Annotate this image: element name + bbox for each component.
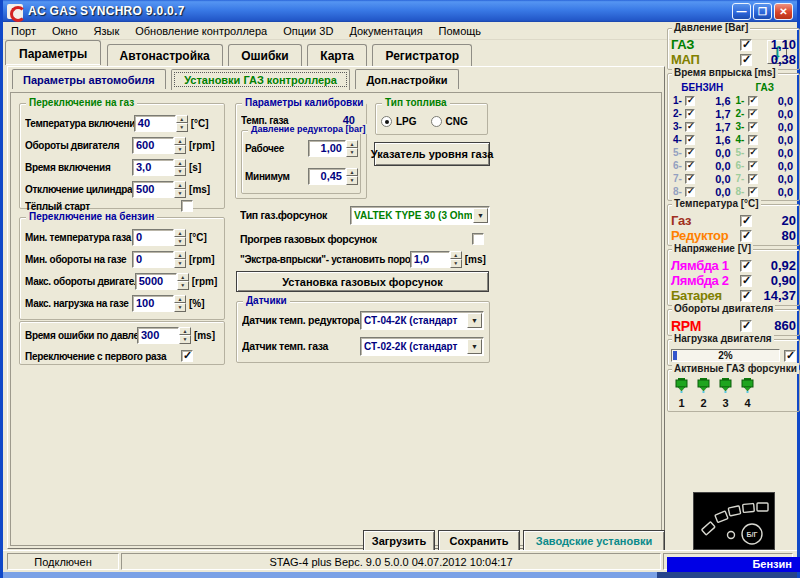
rpm-checkbox[interactable] xyxy=(740,320,752,332)
tab-parameters[interactable]: Параметры xyxy=(5,40,101,65)
reducer-temp-sensor-dropdown[interactable]: СТ-04-2К (стандарт ▼ xyxy=(360,311,484,330)
extra-injections-stepper[interactable]: ▲▼ xyxy=(450,251,462,268)
max-engine-rpm-input[interactable]: 5000 xyxy=(135,273,177,290)
min-rpm-on-gas-input[interactable]: 0 xyxy=(132,251,174,268)
injection-row: 6-0,0 xyxy=(671,159,734,172)
gas-level-indicator-button[interactable]: Указатель уровня газа xyxy=(374,142,490,166)
tab-recorder[interactable]: Регистратор xyxy=(372,44,472,66)
warm-start-checkbox[interactable] xyxy=(181,200,193,212)
factory-settings-button[interactable]: Заводские установки xyxy=(523,530,665,552)
tab-errors[interactable]: Ошибки xyxy=(228,44,302,66)
load-button[interactable]: Загрузить xyxy=(363,530,435,552)
minimum-pressure-input[interactable]: 0,45 xyxy=(308,168,346,185)
inj-checkbox[interactable] xyxy=(748,148,758,158)
engine-rpm-stepper[interactable]: ▲▼ xyxy=(174,137,186,154)
pressure-gas-checkbox[interactable] xyxy=(740,39,752,51)
window-bottom-border xyxy=(3,572,797,578)
injection-row: 4-1,6 xyxy=(671,133,734,146)
injector-warmup-checkbox[interactable] xyxy=(472,233,484,245)
column-header: ГАЗ xyxy=(734,82,797,94)
subtab-gas-controller-settings[interactable]: Установки ГАЗ контроллера xyxy=(171,69,350,90)
working-pressure-input[interactable]: 1,00 xyxy=(308,140,346,157)
max-load-on-gas-input[interactable]: 100 xyxy=(132,295,174,312)
switch-time-input[interactable]: 3,0 xyxy=(132,159,174,176)
row-injector-type: Тип газ.форсунок VALTEK TYPE 30 (3 Ohm) … xyxy=(240,205,490,225)
pressure-error-time-input[interactable]: 300 xyxy=(137,327,179,344)
menu-window[interactable]: Окно xyxy=(44,24,86,38)
cylinder-off-input[interactable]: 500 xyxy=(132,181,174,198)
menu-options-3d[interactable]: Опции 3D xyxy=(275,24,341,38)
min-gas-temp-input[interactable]: 0 xyxy=(132,229,174,246)
cylinder-off-stepper[interactable]: ▲▼ xyxy=(174,181,186,198)
inj-checkbox[interactable] xyxy=(748,161,758,171)
menu-controller-update[interactable]: Обновление контроллера xyxy=(127,24,275,38)
min-rpm-on-gas-stepper[interactable]: ▲▼ xyxy=(174,251,186,268)
inj-checkbox[interactable] xyxy=(748,122,758,132)
max-load-on-gas-stepper[interactable]: ▲▼ xyxy=(174,295,186,312)
pressure-map-checkbox[interactable] xyxy=(740,54,752,66)
inj-checkbox[interactable] xyxy=(748,135,758,145)
radio-cng[interactable]: CNG xyxy=(431,116,468,127)
temp-reducer-row: Редуктор 80 xyxy=(671,228,796,243)
switch-temp-input[interactable]: 40 xyxy=(134,115,176,132)
tab-autotune[interactable]: Автонастройка xyxy=(107,44,223,66)
engine-rpm-input[interactable]: 600 xyxy=(132,137,174,154)
pressure-error-time-stepper[interactable]: ▲▼ xyxy=(179,327,191,344)
subtab-extra-settings[interactable]: Доп.настройки xyxy=(355,69,458,89)
first-time-switch-checkbox[interactable] xyxy=(181,350,193,362)
column-header: БЕНЗИН xyxy=(671,82,734,94)
lambda2-checkbox[interactable] xyxy=(740,275,752,287)
tab-map[interactable]: Карта xyxy=(307,44,367,66)
injector-type-dropdown[interactable]: VALTEK TYPE 30 (3 Ohm) ▼ xyxy=(350,206,490,225)
inj-value: 0,0 xyxy=(778,160,796,172)
inj-checkbox[interactable] xyxy=(685,96,695,106)
menu-language[interactable]: Язык xyxy=(86,24,128,38)
inj-checkbox[interactable] xyxy=(748,187,758,197)
inj-checkbox[interactable] xyxy=(748,174,758,184)
inj-checkbox[interactable] xyxy=(748,96,758,106)
working-pressure-stepper[interactable]: ▲▼ xyxy=(346,140,358,157)
extra-injections-input[interactable]: 1,0 xyxy=(410,251,450,268)
unit-label: [ms] xyxy=(189,184,219,195)
temp-gas-checkbox[interactable] xyxy=(740,215,752,227)
active-injector-3: 3 xyxy=(719,378,732,409)
menu-documentation[interactable]: Документация xyxy=(341,24,430,38)
engine-load-checkbox[interactable] xyxy=(784,350,796,362)
minimum-pressure-stepper[interactable]: ▲▼ xyxy=(346,168,358,185)
inj-checkbox[interactable] xyxy=(748,109,758,119)
radio-lpg[interactable]: LPG xyxy=(381,116,417,127)
field-label: Датчик темп. редуктора xyxy=(242,314,360,326)
unit-label: [rpm] xyxy=(192,276,219,287)
close-icon[interactable]: ✕ xyxy=(774,3,793,20)
min-gas-temp-stepper[interactable]: ▲▼ xyxy=(174,229,186,246)
gas-level-indicator-logo: Б/Г xyxy=(693,492,775,550)
minimize-icon[interactable]: — xyxy=(732,3,751,20)
switch-time-stepper[interactable]: ▲▼ xyxy=(174,159,186,176)
inj-checkbox[interactable] xyxy=(685,148,695,158)
lambda1-checkbox[interactable] xyxy=(740,260,752,272)
max-engine-rpm-stepper[interactable]: ▲▼ xyxy=(177,273,189,290)
inj-checkbox[interactable] xyxy=(685,135,695,145)
switch-temp-stepper[interactable]: ▲▼ xyxy=(176,115,188,132)
chevron-down-icon: ▼ xyxy=(467,339,482,354)
restore-icon[interactable]: ❐ xyxy=(753,3,772,20)
gas-temp-sensor-dropdown[interactable]: СТ-02-2К (стандарт ▼ xyxy=(360,337,484,356)
menu-port[interactable]: Порт xyxy=(3,24,44,38)
inj-checkbox[interactable] xyxy=(685,109,695,119)
pressure-gas-row: ГАЗ 1,10 xyxy=(671,37,796,52)
menu-help[interactable]: Помощь xyxy=(431,24,490,38)
field-label: Время включения xyxy=(25,162,132,173)
injection-row: 8-0,0 xyxy=(671,185,734,198)
inj-checkbox[interactable] xyxy=(685,187,695,197)
injection-row: 7-0,0 xyxy=(671,172,734,185)
temp-reducer-checkbox[interactable] xyxy=(740,230,752,242)
injector-setup-button[interactable]: Установка газовых форсунок xyxy=(236,271,489,292)
inj-checkbox[interactable] xyxy=(685,161,695,171)
battery-checkbox[interactable] xyxy=(740,290,752,302)
inj-checkbox[interactable] xyxy=(685,174,695,184)
injector-number: 4 xyxy=(741,397,754,409)
save-button[interactable]: Сохранить xyxy=(438,530,520,552)
inj-checkbox[interactable] xyxy=(685,122,695,132)
group-sensors: Датчики Датчик темп. редуктора СТ-04-2К … xyxy=(236,301,490,363)
subtab-car-parameters[interactable]: Параметры автомобиля xyxy=(12,69,166,89)
